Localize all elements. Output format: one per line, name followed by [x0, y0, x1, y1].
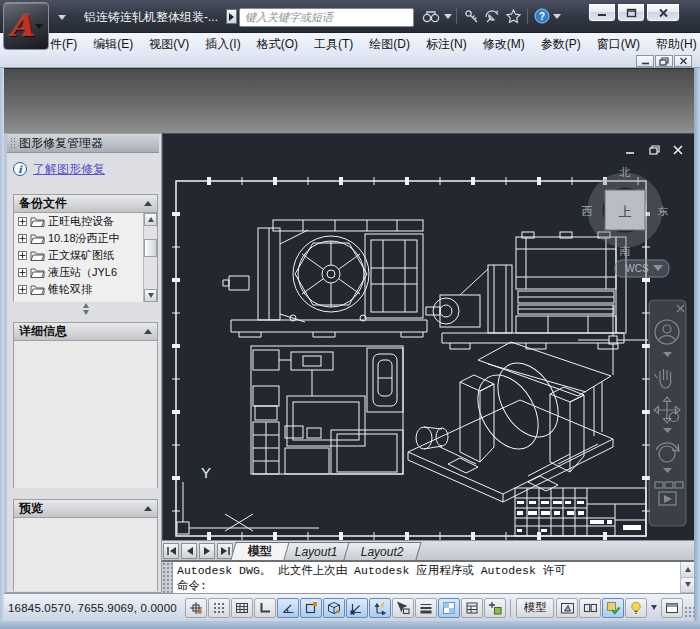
- model-space-canvas[interactable]: Y 上 北 南 西 东 WCS: [162, 133, 694, 540]
- command-prompt: 命令:: [177, 578, 676, 593]
- snap-toggle[interactable]: [185, 598, 207, 618]
- tree-scrollbar[interactable]: [143, 213, 157, 302]
- viewcube[interactable]: 上 北 南 西 东: [582, 166, 669, 257]
- backup-files-header[interactable]: 备份文件: [14, 195, 157, 213]
- object-snap-tracking-toggle[interactable]: [346, 598, 368, 618]
- close-button[interactable]: [646, 3, 680, 22]
- grid-toggle[interactable]: [208, 598, 230, 618]
- tab-next-button[interactable]: [199, 543, 215, 559]
- menu-parametric[interactable]: 参数(P): [533, 36, 589, 53]
- drawing-recovery-manager-palette: 图形修复管理器 i 了解图形修复 备份文件 正旺电控设备 10.: [4, 133, 162, 593]
- collapse-arrow-icon[interactable]: [144, 201, 152, 206]
- object-snap-toggle[interactable]: [300, 598, 322, 618]
- navigation-bar[interactable]: [649, 300, 686, 526]
- help-icon[interactable]: ?: [533, 6, 551, 26]
- expand-plus-icon[interactable]: [18, 251, 27, 260]
- menu-format[interactable]: 格式(O): [249, 36, 306, 53]
- object-snap-3d-toggle[interactable]: [323, 598, 345, 618]
- command-text-area[interactable]: Autodesk DWG。 此文件上次由 Autodesk 应用程序或 Auto…: [173, 562, 680, 593]
- scroll-up-button[interactable]: [144, 213, 157, 226]
- menu-window[interactable]: 窗口(W): [589, 36, 648, 53]
- scrollbar-thumb[interactable]: [144, 239, 157, 257]
- drawing-minimize-button[interactable]: [622, 143, 638, 157]
- tree-item[interactable]: 锥轮双排: [14, 281, 157, 298]
- window-title: 铝连铸连轧机整体组装-...: [84, 9, 226, 25]
- tab-first-button[interactable]: [163, 543, 179, 559]
- application-menu-button[interactable]: A: [3, 2, 49, 50]
- scroll-up-button[interactable]: [681, 562, 694, 578]
- tab-layout2[interactable]: Layout2: [343, 542, 421, 560]
- title-expand-button[interactable]: [226, 9, 237, 24]
- annotation-scale-button[interactable]: [602, 598, 624, 618]
- quick-view-layouts-button[interactable]: [579, 598, 601, 618]
- tab-model[interactable]: 模型: [230, 542, 289, 560]
- folder-icon: [30, 267, 45, 278]
- polar-tracking-toggle[interactable]: [277, 598, 299, 618]
- collapse-arrow-icon[interactable]: [144, 329, 152, 334]
- drawing-close-button[interactable]: [670, 143, 686, 157]
- tab-prev-button[interactable]: [181, 543, 197, 559]
- expand-plus-icon[interactable]: [18, 268, 27, 277]
- plan-view-drawing: [251, 346, 403, 474]
- section-splitter[interactable]: [67, 305, 105, 313]
- selection-cycling-toggle[interactable]: [484, 598, 506, 618]
- search-dropdown-icon[interactable]: [443, 6, 452, 26]
- keytip-icon[interactable]: [462, 6, 480, 26]
- details-header[interactable]: 详细信息: [14, 323, 157, 341]
- transparency-toggle[interactable]: [438, 598, 460, 618]
- expand-plus-icon[interactable]: [18, 285, 27, 294]
- doc-restore-button[interactable]: [655, 55, 673, 67]
- menu-modify[interactable]: 修改(M): [475, 36, 533, 53]
- grid-display-toggle[interactable]: [231, 598, 253, 618]
- quick-properties-toggle[interactable]: [461, 598, 483, 618]
- workspace-switching-button[interactable]: [661, 598, 683, 618]
- command-scrollbar[interactable]: [680, 562, 694, 593]
- annotation-dropdown[interactable]: [648, 598, 660, 618]
- minimize-button[interactable]: [588, 3, 616, 22]
- collapse-arrow-icon[interactable]: [144, 506, 152, 511]
- window-border-right: [694, 68, 700, 621]
- statusbar-separator: [510, 599, 511, 617]
- model-space-button[interactable]: 模型: [516, 598, 554, 618]
- wcs-dropdown[interactable]: WCS: [615, 260, 669, 277]
- search-binoculars-icon[interactable]: [420, 6, 442, 26]
- layout-button[interactable]: [556, 598, 578, 618]
- doc-minimize-button[interactable]: [636, 55, 654, 67]
- tree-item[interactable]: 液压站（JYL6: [14, 264, 157, 281]
- scroll-down-button[interactable]: [144, 289, 157, 302]
- dynamic-input-toggle[interactable]: [392, 598, 414, 618]
- tree-item[interactable]: 正文煤矿图纸: [14, 247, 157, 264]
- menu-draw[interactable]: 绘图(D): [361, 36, 418, 53]
- tree-item[interactable]: 正旺电控设备: [14, 213, 157, 230]
- expand-plus-icon[interactable]: [18, 234, 27, 243]
- doc-close-button[interactable]: [674, 55, 692, 67]
- learn-recovery-link[interactable]: 了解图形修复: [33, 161, 105, 178]
- preview-header[interactable]: 预览: [14, 500, 157, 518]
- ortho-toggle[interactable]: [254, 598, 276, 618]
- info-icon: i: [13, 162, 27, 176]
- menu-help[interactable]: 帮助(H): [648, 36, 700, 53]
- favorites-star-icon[interactable]: [504, 6, 522, 26]
- palette-title-bar[interactable]: 图形修复管理器: [7, 134, 159, 153]
- dynamic-ucs-toggle[interactable]: [369, 598, 391, 618]
- communication-center-icon[interactable]: [482, 6, 502, 26]
- quick-access-dropdown[interactable]: [54, 10, 70, 24]
- menu-edit[interactable]: 编辑(E): [85, 36, 141, 53]
- command-grip[interactable]: [162, 562, 173, 593]
- preview-body: [14, 518, 157, 591]
- help-dropdown-icon[interactable]: [552, 6, 561, 26]
- lineweight-toggle[interactable]: [415, 598, 437, 618]
- tree-item[interactable]: 10.18汾西正中: [14, 230, 157, 247]
- annotation-visibility-button[interactable]: [625, 598, 647, 618]
- maximize-button[interactable]: [617, 3, 645, 22]
- search-input[interactable]: [239, 8, 414, 27]
- expand-plus-icon[interactable]: [18, 217, 27, 226]
- menu-tools[interactable]: 工具(T): [306, 36, 361, 53]
- scroll-down-button[interactable]: [681, 578, 694, 594]
- status-bar: 16845.0570, 7655.9069, 0.0000 模型: [0, 593, 700, 621]
- menu-dimension[interactable]: 标注(N): [418, 36, 475, 53]
- menu-insert[interactable]: 插入(I): [197, 36, 248, 53]
- palette-grip[interactable]: [10, 137, 15, 150]
- menu-view[interactable]: 视图(V): [141, 36, 197, 53]
- drawing-restore-button[interactable]: [646, 143, 662, 157]
